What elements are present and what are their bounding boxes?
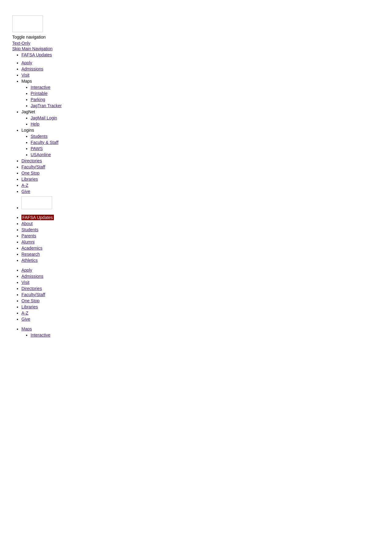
athletics-link-main[interactable]: Athletics (21, 258, 38, 263)
libraries-link-top[interactable]: Libraries (21, 177, 38, 182)
jagtran-tracker-link-top[interactable]: JagTran Tracker (31, 103, 62, 108)
about-link-main[interactable]: About (21, 221, 33, 226)
list-item: Admissions (21, 274, 196, 279)
list-item: JagMail Login (31, 115, 196, 120)
maps-submenu-top: Interactive Printable Parking JagTran Tr… (21, 85, 196, 108)
students-login-link[interactable]: Students (31, 134, 47, 139)
logins-label-top: Logins (21, 128, 34, 133)
list-item: Students (31, 134, 196, 139)
students-link-main[interactable]: Students (21, 227, 38, 232)
list-item: Alumni (21, 239, 196, 244)
interactive-link-top[interactable]: Interactive (31, 85, 51, 90)
jagmail-login-link[interactable]: JagMail Login (31, 115, 57, 120)
jagnet-label-top: JagNet (21, 109, 35, 114)
list-item: Academics (21, 246, 196, 251)
apply-link-bottom[interactable]: Apply (21, 268, 32, 273)
list-item: One Stop (21, 298, 196, 303)
parents-link-main[interactable]: Parents (21, 233, 36, 238)
list-item: A-Z (21, 311, 196, 315)
fafsa-updates-link-top[interactable]: FAFSA Updates (21, 52, 52, 57)
list-item: Give (21, 189, 196, 194)
fafsa-updates-link-main[interactable]: FAFSA Updates (21, 215, 54, 220)
jagnet-submenu-top: JagMail Login Help (21, 115, 196, 126)
visit-link-bottom[interactable]: Visit (21, 280, 29, 285)
list-item: Faculty/Staff (21, 164, 196, 169)
logo[interactable] (12, 15, 43, 32)
search-box-item (21, 196, 196, 210)
one-stop-link-top[interactable]: One Stop (21, 171, 40, 175)
list-item: Research (21, 252, 196, 257)
maps-list-bottom: Maps Interactive (12, 326, 196, 337)
bottom-nav-list: Apply Admissions Visit Directories Facul… (12, 268, 196, 322)
text-only-link[interactable]: Text-Only (12, 41, 196, 46)
admissions-link-top[interactable]: Admissions (21, 66, 43, 71)
list-item: Interactive (31, 85, 196, 90)
printable-link-top[interactable]: Printable (31, 91, 47, 96)
list-item: Faculty/Staff (21, 292, 196, 297)
maps-item-top: Maps Interactive Printable Parking JagTr… (21, 79, 196, 108)
maps-section-bottom: Maps Interactive (12, 326, 196, 337)
list-item: Give (21, 317, 196, 322)
give-link-bottom[interactable]: Give (21, 317, 30, 322)
maps-submenu-bottom: Interactive (21, 333, 196, 337)
faculty-staff-link-top[interactable]: Faculty/Staff (21, 164, 45, 169)
maps-label-top: Maps (21, 79, 32, 84)
bottom-nav-section: Apply Admissions Visit Directories Facul… (12, 268, 196, 322)
top-nav-main-list: Apply Admissions Visit Maps Interactive … (12, 60, 196, 210)
toggle-navigation-label: Toggle navigation (12, 35, 196, 40)
page-wrapper: Toggle navigation Text-Only Skip Main Na… (6, 6, 202, 352)
directories-link-top[interactable]: Directories (21, 158, 42, 163)
directories-link-bottom[interactable]: Directories (21, 286, 42, 291)
az-link-top[interactable]: A-Z (21, 183, 28, 188)
top-nav-section: FAFSA Updates Apply Admissions Visit Map… (12, 52, 196, 210)
list-item: JagTran Tracker (31, 103, 196, 108)
interactive-link-bottom[interactable]: Interactive (31, 333, 51, 337)
list-item: Parking (31, 97, 196, 102)
list-item: Help (31, 122, 196, 126)
list-item: FAFSA Updates (21, 52, 196, 57)
logins-item-top: Logins Students Faculty & Staff PAWS USA… (21, 128, 196, 157)
list-item: About (21, 221, 196, 226)
alumni-link-main[interactable]: Alumni (21, 239, 35, 244)
help-link[interactable]: Help (31, 122, 40, 126)
maps-link-bottom[interactable]: Maps (21, 326, 32, 331)
main-nav-section: FAFSA Updates About Students Parents Alu… (12, 215, 196, 263)
usaonline-link[interactable]: USAonline (31, 152, 51, 157)
az-link-bottom[interactable]: A-Z (21, 311, 28, 315)
list-item: Admissions (21, 66, 196, 71)
faculty-staff-link-bottom[interactable]: Faculty/Staff (21, 292, 45, 297)
academics-link-main[interactable]: Academics (21, 246, 42, 251)
list-item: Athletics (21, 258, 196, 263)
list-item: Students (21, 227, 196, 232)
list-item: One Stop (21, 171, 196, 175)
list-item: Apply (21, 60, 196, 65)
visit-link-top[interactable]: Visit (21, 73, 29, 77)
search-input-box[interactable] (21, 196, 52, 209)
logins-submenu-top: Students Faculty & Staff PAWS USAonline (21, 134, 196, 157)
maps-item-bottom: Maps Interactive (21, 326, 196, 337)
list-item: Libraries (21, 304, 196, 309)
list-item: Directories (21, 286, 196, 291)
list-item: Apply (21, 268, 196, 273)
list-item: Printable (31, 91, 196, 96)
list-item: A-Z (21, 183, 196, 188)
paws-link[interactable]: PAWS (31, 146, 43, 151)
list-item: FAFSA Updates (21, 215, 196, 220)
jagnet-item-top: JagNet JagMail Login Help (21, 109, 196, 126)
list-item: Libraries (21, 177, 196, 182)
list-item: Visit (21, 73, 196, 77)
admissions-link-bottom[interactable]: Admissions (21, 274, 43, 279)
top-nav-list: FAFSA Updates (12, 52, 196, 57)
research-link-main[interactable]: Research (21, 252, 40, 257)
apply-link-top[interactable]: Apply (21, 60, 32, 65)
faculty-staff-login-link[interactable]: Faculty & Staff (31, 140, 58, 145)
parking-link-top[interactable]: Parking (31, 97, 45, 102)
list-item: Parents (21, 233, 196, 238)
one-stop-link-bottom[interactable]: One Stop (21, 298, 40, 303)
main-nav-list: FAFSA Updates About Students Parents Alu… (12, 215, 196, 263)
skip-main-navigation-link[interactable]: Skip Main Navigation (12, 46, 196, 51)
list-item: PAWS (31, 146, 196, 151)
list-item: USAonline (31, 152, 196, 157)
libraries-link-bottom[interactable]: Libraries (21, 304, 38, 309)
give-link-top[interactable]: Give (21, 189, 30, 194)
